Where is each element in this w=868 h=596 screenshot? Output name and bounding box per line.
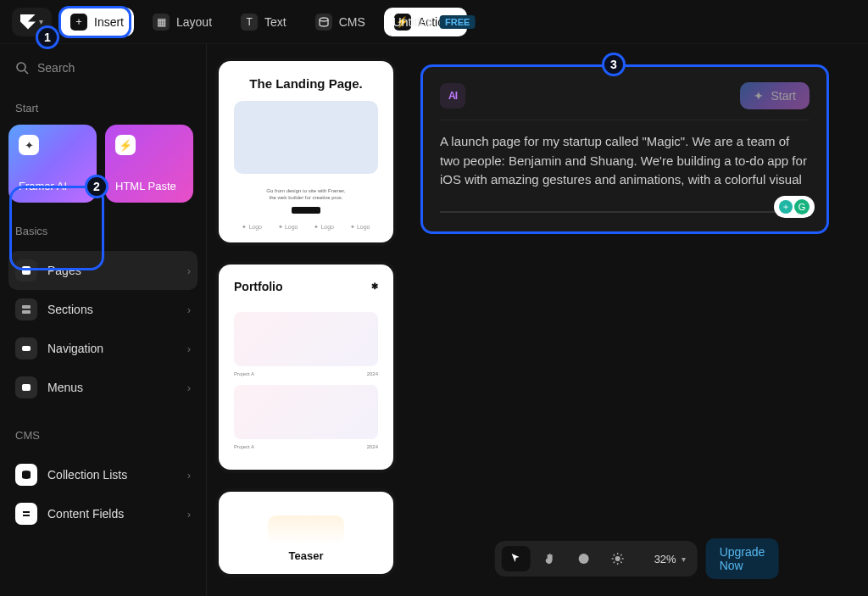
divider [440,211,810,213]
svg-line-20 [620,554,622,556]
canvas-area: AI ✦ Start ＋ G [405,44,868,596]
svg-line-2 [25,70,28,74]
ai-prompt-input[interactable] [440,132,810,193]
ai-start-label: Start [771,89,796,103]
cursor-icon [509,552,523,565]
svg-point-0 [320,18,328,21]
cms-button[interactable]: CMS [305,8,376,36]
chevron-right-icon: › [187,469,191,482]
app-menu-button[interactable]: ▾ [12,8,52,36]
cms-icon [315,14,332,31]
html-paste-tile[interactable]: ⚡ HTML Paste [105,125,193,203]
zoom-dropdown[interactable]: 32% ▾ [637,546,691,571]
top-toolbar: ▾ ＋ Insert ▦ Layout T Text CMS ⚡ Actions… [0,0,868,44]
grammarly-widget[interactable]: ＋ G [774,196,815,218]
chevron-down-icon: ▾ [39,17,43,26]
gear-icon: ✱ [371,281,378,291]
framer-logo-icon [20,14,36,30]
ai-icon: AI [440,83,465,109]
basics-pages[interactable]: Pages › [8,251,198,290]
basics-sections[interactable]: Sections › [8,290,198,329]
hand-tool[interactable] [536,546,565,571]
framer-ai-tile[interactable]: ✦ Framer AI [8,125,97,203]
svg-rect-3 [22,266,31,275]
chevron-right-icon: › [187,382,191,394]
svg-line-18 [620,562,622,564]
landing-caption: Go from design to site with Framer, the … [234,187,378,202]
chevron-right-icon: › [187,265,191,277]
insert-button[interactable]: ＋ Insert [60,8,134,36]
teaser-title: Teaser [234,549,378,562]
grammarly-logo-icon: G [794,199,810,214]
template-portfolio[interactable]: Portfolio ✱ Project A2024 Project A2024 [219,265,393,470]
doc-title[interactable]: Untitled [393,15,433,29]
upgrade-button[interactable]: Upgrade Now [706,538,779,579]
template-preview-column: The Landing Page. Go from design to site… [207,44,405,596]
svg-point-11 [579,554,589,564]
hero-placeholder [234,101,378,174]
portfolio-image-1 [234,312,378,366]
sparkle-icon: ✦ [19,135,39,155]
cms-label: CMS [339,15,365,29]
svg-line-17 [614,554,615,556]
hand-icon [543,552,557,565]
page-icon [15,259,37,281]
sun-icon [611,552,625,565]
cms-collection-lists[interactable]: Collection Lists › [8,455,198,494]
plan-badge: FREE [440,15,475,29]
insert-label: Insert [94,15,124,29]
sparkle-icon: ✦ [754,89,764,103]
text-button[interactable]: T Text [231,8,297,36]
svg-point-1 [17,63,25,71]
svg-line-19 [614,562,615,564]
logo-row: Logo Logo Logo Logo [234,224,378,231]
comment-icon [577,552,591,565]
comment-tool[interactable] [570,546,598,571]
canvas-bottom-toolbar: 32% ▾ Upgrade Now [495,538,779,579]
bolt-icon: ⚡ [115,135,136,155]
text-icon: T [241,14,258,31]
brightness-toggle[interactable] [604,546,632,571]
basics-navigation[interactable]: Navigation › [8,329,198,368]
layout-label: Layout [176,15,212,29]
ai-prompt-panel: AI ✦ Start ＋ G [420,64,829,234]
svg-rect-4 [22,305,31,309]
doc-title-area: Untitled FREE [393,15,476,29]
landing-title: The Landing Page. [234,76,378,91]
text-label: Text [264,15,287,29]
html-paste-label: HTML Paste [115,180,183,192]
svg-point-12 [615,556,620,561]
portfolio-title: Portfolio [234,280,283,293]
zoom-value: 32% [646,553,682,565]
cursor-tool[interactable] [502,546,531,571]
svg-rect-7 [22,384,31,391]
menus-icon [15,376,37,398]
svg-rect-6 [22,346,31,351]
teaser-placeholder [268,515,344,544]
chevron-right-icon: › [187,304,191,316]
chevron-down-icon: ▾ [682,554,686,564]
svg-rect-10 [23,515,30,516]
portfolio-image-2 [234,385,378,439]
basics-menus[interactable]: Menus › [8,368,198,407]
content-fields-icon [15,503,37,525]
search-icon [15,61,29,75]
template-landing-page[interactable]: The Landing Page. Go from design to site… [219,61,393,242]
svg-rect-5 [22,310,31,314]
basics-section-label: Basics [8,203,198,248]
search-input[interactable]: Search [8,56,198,80]
sections-icon [15,298,37,320]
grammarly-add-icon: ＋ [779,200,793,214]
ai-start-button[interactable]: ✦ Start [740,82,810,109]
navigation-icon [15,337,37,359]
cms-section-label: CMS [8,407,198,452]
cta-placeholder [292,207,320,214]
search-placeholder: Search [37,61,75,75]
cms-content-fields[interactable]: Content Fields › [8,494,198,533]
insert-panel: Search Start ✦ Framer AI ⚡ HTML Paste Ba… [0,44,207,596]
layout-button[interactable]: ▦ Layout [142,8,222,36]
chevron-right-icon: › [187,343,191,355]
template-teaser[interactable]: Teaser [219,492,393,574]
plus-icon: ＋ [70,14,87,31]
svg-rect-9 [23,511,30,513]
